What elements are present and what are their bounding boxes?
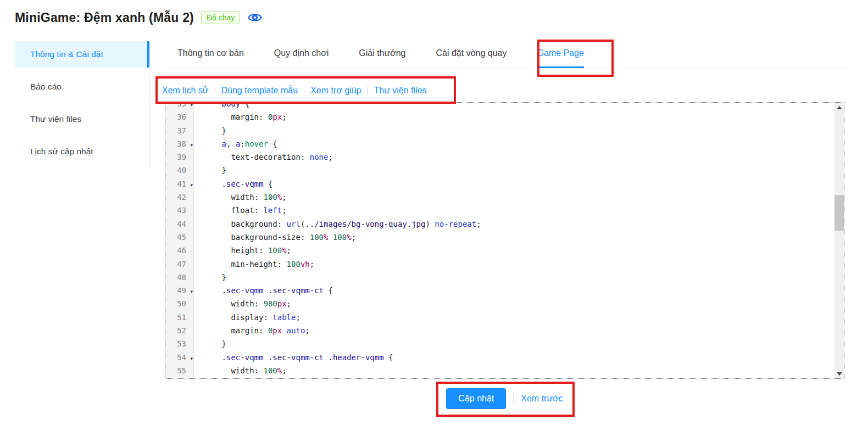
code-token: : bbox=[254, 299, 264, 308]
code-token: % bbox=[277, 193, 282, 202]
code-line[interactable]: 36 margin: 0px; bbox=[165, 110, 844, 124]
code-token: ; bbox=[352, 233, 356, 242]
code-token bbox=[194, 286, 222, 295]
line-number-gutter: 52 bbox=[165, 324, 194, 337]
eye-icon[interactable] bbox=[247, 10, 263, 25]
code-token: , bbox=[226, 139, 236, 148]
code-line[interactable]: 41▾ .sec-vqmm { bbox=[165, 177, 844, 191]
triangle-up-icon bbox=[837, 106, 842, 109]
code-token bbox=[194, 260, 231, 269]
code-token bbox=[263, 353, 268, 362]
code-token: ; bbox=[287, 246, 291, 255]
code-line[interactable]: 39 text-decoration: none; bbox=[165, 150, 844, 164]
code-text: text-decoration: none; bbox=[194, 150, 333, 164]
line-number: 44 bbox=[177, 220, 186, 228]
code-token: ; bbox=[282, 206, 286, 215]
code-token bbox=[263, 286, 268, 295]
line-number: 55 bbox=[177, 366, 186, 375]
line-number: 52 bbox=[177, 326, 186, 335]
code-line[interactable]: 52 margin: 0px auto; bbox=[165, 324, 844, 337]
tab[interactable]: Quy định chơi bbox=[274, 44, 329, 68]
line-number: 54 bbox=[177, 353, 186, 362]
code-line[interactable]: 44 background: url(../images/bg-vong-qua… bbox=[165, 217, 844, 231]
code-text: .sec-vqmm .sec-vqmm-ct .header-vqmm { bbox=[194, 351, 393, 364]
fold-arrow-icon[interactable]: ▾ bbox=[190, 352, 193, 365]
code-token: ; bbox=[476, 220, 481, 228]
toolbar-link[interactable]: Thư viện files bbox=[374, 86, 426, 96]
line-number: 35 bbox=[177, 102, 186, 108]
tab[interactable]: Game Page bbox=[537, 44, 583, 68]
code-token: px bbox=[272, 326, 282, 335]
line-number: 43 bbox=[177, 206, 186, 215]
editor-scrollbar[interactable] bbox=[834, 103, 844, 378]
line-number-gutter: 45 bbox=[165, 231, 194, 244]
code-line[interactable]: 53 } bbox=[165, 337, 844, 350]
line-number-gutter: 49▾ bbox=[165, 284, 194, 297]
code-line[interactable]: 37 } bbox=[165, 124, 844, 137]
code-line[interactable]: 38▾ a, a:hover { bbox=[165, 137, 844, 150]
preview-link[interactable]: Xem trước bbox=[521, 394, 563, 404]
code-token bbox=[194, 313, 231, 322]
tab[interactable]: Giải thưởng bbox=[359, 44, 405, 68]
code-line[interactable]: 49▾ .sec-vqmm .sec-vqmm-ct { bbox=[165, 284, 844, 297]
code-token: : bbox=[259, 246, 268, 255]
code-token: min-height bbox=[231, 260, 277, 269]
code-token: ) bbox=[425, 220, 435, 228]
code-token: ; bbox=[282, 113, 286, 121]
line-number-gutter: 46 bbox=[165, 244, 194, 257]
update-button[interactable]: Cập nhật bbox=[446, 388, 506, 409]
toolbar-link[interactable]: Dùng template mẫu bbox=[221, 86, 298, 96]
code-line[interactable]: 48 } bbox=[165, 271, 844, 284]
scrollbar-up-arrow[interactable] bbox=[834, 103, 844, 112]
code-token: 100 bbox=[263, 193, 277, 202]
code-line[interactable]: 46 height: 100%; bbox=[165, 244, 844, 257]
code-token: ; bbox=[282, 366, 286, 375]
code-line[interactable]: 50 width: 980px; bbox=[165, 297, 844, 310]
code-token: : bbox=[277, 220, 287, 228]
code-line[interactable]: 42 width: 100%; bbox=[165, 191, 844, 204]
code-token bbox=[194, 113, 231, 121]
code-token bbox=[194, 353, 222, 362]
tab[interactable]: Thông tin cơ bản bbox=[177, 44, 244, 68]
sidebar-item[interactable]: Thông tin & Cài đặt bbox=[15, 41, 149, 68]
scrollbar-down-arrow[interactable] bbox=[834, 369, 844, 378]
code-line[interactable]: 47 min-height: 100vh; bbox=[165, 258, 844, 271]
code-token bbox=[282, 326, 286, 335]
code-line[interactable]: 43 float: left; bbox=[165, 204, 844, 217]
code-editor[interactable]: 35▾ body {36 margin: 0px;37 }38▾ a, a:ho… bbox=[165, 102, 844, 379]
code-line[interactable]: 54▾ .sec-vqmm .sec-vqmm-ct .header-vqmm … bbox=[165, 351, 844, 364]
sidebar-item[interactable]: Lịch sử cập nhật bbox=[15, 138, 149, 165]
code-line[interactable]: 45 background-size: 100% 100%; bbox=[165, 231, 844, 244]
line-number: 47 bbox=[177, 260, 186, 269]
code-line[interactable]: 40 } bbox=[165, 164, 844, 177]
line-number-gutter: 55 bbox=[165, 364, 194, 377]
code-text: min-height: 100vh; bbox=[194, 258, 314, 271]
sidebar-item[interactable]: Báo cáo bbox=[15, 74, 149, 100]
code-token bbox=[194, 366, 231, 375]
code-text: width: 100%; bbox=[194, 191, 287, 204]
code-line[interactable]: 35▾ body { bbox=[165, 102, 844, 110]
sidebar-divider bbox=[149, 41, 150, 167]
code-token: auto bbox=[287, 326, 305, 335]
code-token bbox=[194, 220, 231, 228]
code-token bbox=[194, 193, 231, 202]
toolbar-link[interactable]: Xem lịch sử bbox=[162, 86, 209, 96]
line-number: 37 bbox=[177, 126, 186, 135]
line-number: 50 bbox=[177, 299, 186, 308]
code-token: : bbox=[259, 326, 268, 335]
fold-arrow-icon[interactable]: ▾ bbox=[190, 138, 193, 152]
scrollbar-thumb[interactable] bbox=[834, 195, 844, 231]
sidebar-item[interactable]: Thư viện files bbox=[15, 106, 149, 132]
code-lines: 35▾ body {36 margin: 0px;37 }38▾ a, a:ho… bbox=[165, 102, 844, 377]
code-line[interactable]: 51 display: table; bbox=[165, 311, 844, 324]
code-token: : bbox=[254, 366, 264, 375]
fold-arrow-icon[interactable]: ▾ bbox=[190, 178, 193, 192]
toolbar-link[interactable]: Xem trợ giúp bbox=[310, 86, 361, 96]
tab[interactable]: Cài đặt vòng quay bbox=[436, 44, 507, 68]
code-token: % bbox=[282, 246, 286, 255]
page-title: MiniGame: Đệm xanh (Mẫu 2) bbox=[15, 10, 194, 25]
fold-arrow-icon[interactable]: ▾ bbox=[190, 285, 193, 298]
code-line[interactable]: 55 width: 100%; bbox=[165, 364, 844, 377]
line-number-gutter: 35▾ bbox=[165, 102, 194, 110]
code-token: .sec-vqmm bbox=[222, 180, 264, 188]
